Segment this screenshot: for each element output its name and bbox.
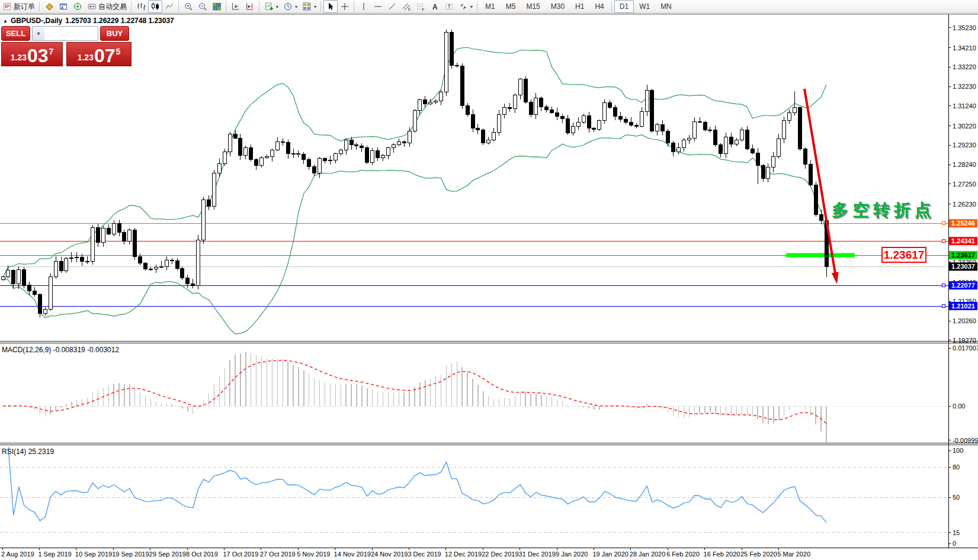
svg-text:22 Dec 2019: 22 Dec 2019 — [482, 551, 518, 558]
svg-text:1.29230: 1.29230 — [953, 141, 976, 149]
svg-text:5 Mar 2020: 5 Mar 2020 — [777, 551, 810, 558]
bid-big-digits: 03 — [27, 47, 49, 65]
svg-text:15: 15 — [953, 529, 960, 536]
ask-pipette: 5 — [116, 47, 121, 56]
svg-text:1.34210: 1.34210 — [953, 44, 976, 52]
volume-input[interactable] — [44, 27, 98, 40]
svg-text:1.31240: 1.31240 — [953, 102, 976, 110]
bid-pipette: 7 — [49, 47, 54, 56]
price-box-annotation[interactable]: 1.23617 — [881, 247, 926, 263]
collapse-panel-icon[interactable]: ▲ — [3, 18, 8, 24]
svg-text:1.22077: 1.22077 — [951, 282, 975, 289]
svg-text:1.23037: 1.23037 — [951, 263, 975, 270]
mt4-window: 新订单自动交易▾▾▾EFAT▾M1M5M15M30H1H4D1W1MN 1.35… — [0, 0, 978, 560]
svg-text:3 Dec 2019: 3 Dec 2019 — [408, 551, 441, 558]
ask-price[interactable]: 1.23 07 5 — [66, 42, 132, 66]
svg-text:1.27250: 1.27250 — [953, 181, 976, 188]
svg-text:1.24341: 1.24341 — [951, 237, 975, 244]
svg-text:80: 80 — [953, 464, 960, 471]
svg-text:50: 50 — [953, 494, 960, 501]
svg-text:1.20260: 1.20260 — [953, 317, 976, 324]
svg-text:1.28240: 1.28240 — [953, 161, 976, 168]
ask-big-digits: 07 — [94, 47, 116, 65]
svg-text:31 Dec 2019: 31 Dec 2019 — [519, 551, 556, 558]
svg-text:12 Dec 2019: 12 Dec 2019 — [445, 551, 482, 558]
svg-text:25 Feb 2020: 25 Feb 2020 — [740, 551, 777, 558]
volume-decrease-icon[interactable]: ▼ — [33, 27, 44, 40]
chart-title: ▲ GBPUSD-,Daily 1.25703 1.26229 1.22748 … — [3, 17, 174, 25]
svg-text:1.19270: 1.19270 — [953, 337, 976, 344]
symbol-ohlc: 1.25703 1.26229 1.22748 1.23037 — [65, 17, 174, 25]
svg-text:1 Sep 2019: 1 Sep 2019 — [38, 551, 71, 558]
chart-canvas[interactable]: 1.352301.342101.332201.322301.312401.302… — [0, 0, 978, 560]
svg-text:28 Jan 2020: 28 Jan 2020 — [630, 551, 666, 558]
svg-text:29 Sep 2019: 29 Sep 2019 — [149, 551, 186, 558]
svg-text:5 Nov 2019: 5 Nov 2019 — [297, 551, 330, 558]
svg-text:0.017007: 0.017007 — [953, 345, 978, 352]
svg-text:100: 100 — [953, 447, 963, 454]
svg-text:1.35230: 1.35230 — [953, 24, 976, 31]
svg-text:14 Nov 2019: 14 Nov 2019 — [334, 551, 371, 558]
svg-text:1.21021: 1.21021 — [951, 302, 975, 310]
svg-text:24 Nov 2019: 24 Nov 2019 — [371, 551, 408, 558]
turning-point-annotation[interactable]: 多空转折点 — [832, 199, 935, 221]
svg-text:0: 0 — [953, 540, 956, 547]
rsi-header: RSI(14) 25.2319 — [2, 448, 54, 456]
one-click-trading-panel: SELL ▼ ▲ BUY 1.23 03 7 1.23 07 5 — [1, 26, 129, 66]
macd-header: MACD(12,26,9) -0.008319 -0.003012 — [2, 346, 119, 354]
sell-button[interactable]: SELL — [1, 26, 30, 41]
svg-text:0.00: 0.00 — [953, 403, 965, 410]
svg-text:9 Jan 2020: 9 Jan 2020 — [556, 551, 588, 558]
svg-text:19 Sep 2019: 19 Sep 2019 — [112, 551, 149, 558]
svg-text:1.25246: 1.25246 — [951, 220, 975, 227]
svg-text:1.30220: 1.30220 — [953, 123, 976, 130]
ask-prefix: 1.23 — [78, 53, 94, 62]
svg-text:6 Feb 2020: 6 Feb 2020 — [666, 551, 700, 558]
bid-prefix: 1.23 — [11, 53, 27, 62]
svg-text:19 Jan 2020: 19 Jan 2020 — [592, 551, 629, 558]
bid-price[interactable]: 1.23 03 7 — [1, 42, 63, 66]
svg-text:2 Aug 2019: 2 Aug 2019 — [1, 551, 34, 558]
svg-text:1.33220: 1.33220 — [953, 63, 976, 70]
svg-text:1.32230: 1.32230 — [953, 83, 976, 90]
svg-text:16 Feb 2020: 16 Feb 2020 — [704, 551, 740, 558]
svg-text:17 Oct 2019: 17 Oct 2019 — [223, 551, 258, 558]
svg-text:10 Sep 2019: 10 Sep 2019 — [75, 551, 112, 558]
symbol-name: GBPUSD-,Daily — [11, 17, 62, 25]
svg-text:-0.00999: -0.00999 — [953, 437, 978, 444]
buy-button[interactable]: BUY — [100, 26, 129, 41]
volume-stepper: ▼ ▲ — [32, 26, 98, 41]
svg-text:1.23617: 1.23617 — [951, 252, 975, 259]
svg-text:1.26230: 1.26230 — [953, 201, 976, 208]
svg-text:27 Oct 2019: 27 Oct 2019 — [260, 551, 296, 558]
svg-text:8 Oct 2019: 8 Oct 2019 — [186, 551, 218, 558]
